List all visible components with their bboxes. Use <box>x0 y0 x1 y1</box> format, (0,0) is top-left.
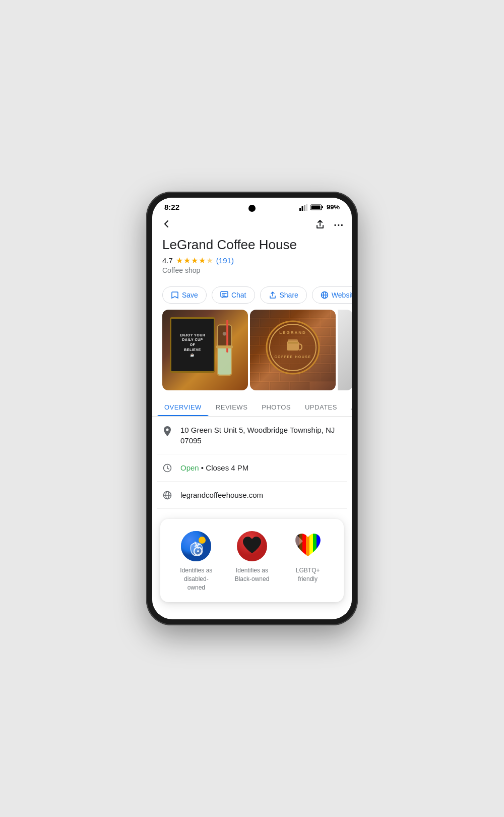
tab-photos[interactable]: PHOTOS <box>255 397 298 416</box>
clock-icon <box>162 463 172 473</box>
website-text[interactable]: legrandcoffeehouse.com <box>180 490 263 500</box>
toolbar-left <box>160 218 171 232</box>
tab-reviews[interactable]: REVIEWS <box>209 397 255 416</box>
svg-rect-20 <box>270 310 289 318</box>
badge-disabled-owned: Identifies as disabled-owned <box>168 531 224 592</box>
battery-percent: 99% <box>327 203 340 211</box>
share-action-button[interactable]: Share <box>260 286 307 304</box>
svg-rect-61 <box>290 382 309 390</box>
svg-rect-54 <box>250 373 259 381</box>
tab-overview[interactable]: OVERVIEW <box>157 397 209 416</box>
star-5: ★ <box>206 256 213 265</box>
status-bar: 8:22 99% <box>152 198 352 214</box>
status-icons: 99% <box>299 203 340 211</box>
svg-rect-57 <box>300 373 320 381</box>
rating-number: 4.7 <box>162 256 173 265</box>
chat-button[interactable]: Chat <box>212 286 255 304</box>
closing-time: Closes 4 PM <box>206 463 248 472</box>
svg-rect-18 <box>216 345 233 348</box>
camera-notch <box>248 205 256 212</box>
hours-dot: • <box>199 463 206 472</box>
globe-icon <box>162 491 172 500</box>
svg-rect-0 <box>299 208 301 211</box>
place-header: LeGrand Coffee House 4.7 ★ ★ ★ ★ ★ (191)… <box>152 235 352 280</box>
photo-3-partial <box>338 310 352 390</box>
svg-rect-1 <box>301 206 303 211</box>
signal-icon <box>299 204 307 211</box>
save-button[interactable]: Save <box>162 286 207 304</box>
svg-point-16 <box>223 332 226 335</box>
svg-rect-33 <box>331 328 336 336</box>
tab-updates[interactable]: UPDATES <box>298 397 344 416</box>
address-row: 10 Green St Unit 5, Woodbridge Township,… <box>157 417 347 454</box>
star-4: ★ <box>199 256 206 265</box>
star-2: ★ <box>183 256 191 265</box>
hours-row[interactable]: Open • Closes 4 PM <box>157 454 347 482</box>
svg-point-76 <box>199 537 206 544</box>
address-text: 10 Green St Unit 5, Woodbridge Township,… <box>180 425 342 446</box>
website-label: Website <box>332 291 352 299</box>
back-button[interactable] <box>160 218 171 232</box>
svg-rect-6 <box>311 205 320 209</box>
save-label: Save <box>182 291 198 299</box>
star-1: ★ <box>176 256 183 265</box>
svg-rect-3 <box>306 204 307 211</box>
svg-rect-24 <box>250 319 259 327</box>
badge-black-owned: Identifies as Black-owned <box>224 531 280 583</box>
phone-frame: 8:22 99% <box>146 192 358 625</box>
svg-rect-84 <box>302 534 306 556</box>
photo-2[interactable]: LEGRAND COFFEE HOUSE <box>250 310 336 390</box>
star-3: ★ <box>191 256 198 265</box>
main-content: ··· LeGrand Coffee House 4.7 ★ ★ ★ ★ ★ (… <box>152 214 352 614</box>
badge-lgbtq: LGBTQ+ friendly <box>280 531 336 583</box>
toolbar-right: ··· <box>314 219 344 232</box>
svg-rect-60 <box>270 382 289 390</box>
place-category: Coffee shop <box>162 266 342 274</box>
website-button[interactable]: Website <box>312 286 352 304</box>
chalkboard: ENJOY YOURDAILY CUPOFBELIEVE☕ <box>170 317 215 373</box>
svg-text:LEGRAND: LEGRAND <box>279 330 306 335</box>
coffee-cup <box>210 320 238 385</box>
svg-rect-44 <box>250 355 259 363</box>
svg-rect-29 <box>250 328 269 336</box>
svg-rect-28 <box>321 319 336 327</box>
svg-rect-43 <box>331 346 336 354</box>
svg-point-78 <box>197 550 199 552</box>
svg-rect-55 <box>260 373 279 381</box>
tab-about[interactable]: AB <box>344 397 352 416</box>
svg-text:COFFEE HOUSE: COFFEE HOUSE <box>274 355 311 359</box>
black-owned-icon <box>237 531 267 561</box>
photo-1[interactable]: ENJOY YOURDAILY CUPOFBELIEVE☕ <box>162 310 248 390</box>
review-count[interactable]: (191) <box>216 256 234 265</box>
website-row[interactable]: legrandcoffeehouse.com <box>157 482 347 509</box>
lgbtq-label: LGBTQ+ friendly <box>288 566 328 583</box>
more-button[interactable]: ··· <box>334 219 344 231</box>
svg-rect-14 <box>218 325 231 346</box>
hours-text: Open • Closes 4 PM <box>180 462 248 473</box>
stars: ★ ★ ★ ★ ★ <box>176 256 213 265</box>
svg-rect-52 <box>310 364 330 372</box>
svg-rect-58 <box>321 373 336 381</box>
svg-rect-19 <box>250 310 269 318</box>
svg-rect-48 <box>321 355 336 363</box>
svg-rect-66 <box>288 339 298 342</box>
disabled-owned-label: Identifies as disabled-owned <box>176 566 216 592</box>
svg-rect-83 <box>299 534 302 556</box>
share-button[interactable] <box>314 219 326 232</box>
svg-rect-25 <box>260 319 279 327</box>
svg-point-69 <box>166 429 169 431</box>
photos-row: ENJOY YOURDAILY CUPOFBELIEVE☕ <box>152 310 352 390</box>
svg-rect-56 <box>280 373 299 381</box>
svg-rect-22 <box>310 310 330 318</box>
chat-label: Chat <box>231 291 246 299</box>
svg-rect-38 <box>321 337 336 345</box>
chalkboard-text: ENJOY YOURDAILY CUPOFBELIEVE☕ <box>180 333 206 358</box>
place-name: LeGrand Coffee House <box>162 237 342 253</box>
svg-rect-87 <box>313 534 317 556</box>
svg-rect-15 <box>218 346 231 375</box>
share-label: Share <box>280 291 298 299</box>
svg-rect-21 <box>290 310 309 318</box>
rating-row: 4.7 ★ ★ ★ ★ ★ (191) <box>162 256 342 265</box>
open-status: Open <box>180 463 199 472</box>
location-icon <box>162 426 172 437</box>
